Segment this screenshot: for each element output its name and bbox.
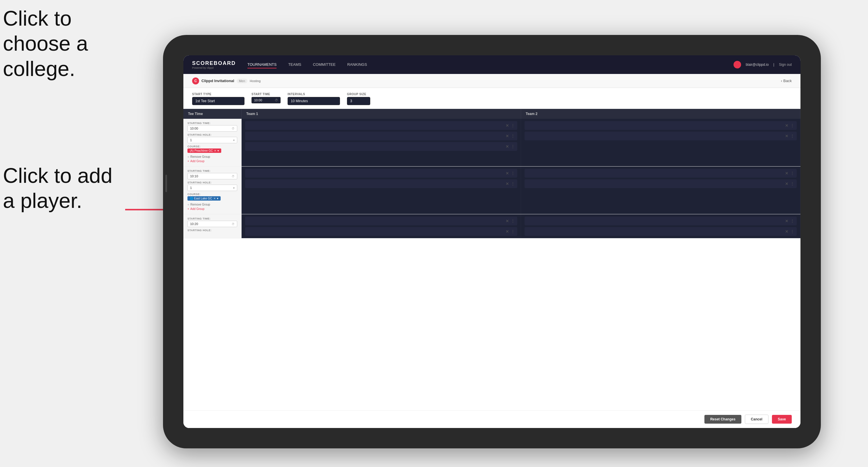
team2-col-row2: ✕ ⋮ ✕ ⋮ bbox=[521, 166, 801, 214]
nav-committee[interactable]: COMMITTEE bbox=[313, 61, 336, 68]
annotation-line1: Click to choose a bbox=[3, 7, 88, 55]
content-area: Start Type 1st Tee Start Start Time 10:0… bbox=[183, 88, 801, 428]
logo-sub: Powered by clippd bbox=[192, 66, 236, 69]
sign-out-link[interactable]: Sign out bbox=[779, 63, 792, 67]
start-type-group: Start Type 1st Tee Start bbox=[192, 93, 245, 105]
annotation-add-player: Click to add a player. bbox=[3, 163, 114, 213]
player-slot-3-2[interactable]: ✕ ⋮ bbox=[245, 179, 517, 188]
table-row: STARTING TIME: 10:00 ⏱ STARTING HOLE: 1 … bbox=[183, 119, 801, 166]
starting-hole-1[interactable]: 1 ▾ bbox=[187, 137, 237, 143]
logo-title: SCOREBOARD bbox=[192, 60, 236, 66]
start-type-select[interactable]: 1st Tee Start bbox=[192, 97, 245, 105]
gender-tag: Men bbox=[237, 79, 247, 83]
player-slot-1-3[interactable]: ✕ ⋮ bbox=[245, 142, 517, 151]
player-slot-2-1[interactable]: ✕ ⋮ bbox=[525, 121, 797, 130]
player-slot-4-2[interactable]: ✕ ⋮ bbox=[525, 179, 797, 188]
bottom-bar: Reset Changes Cancel Save bbox=[183, 410, 801, 428]
header-left: SCOREBOARD Powered by clippd TOURNAMENTS… bbox=[192, 60, 367, 69]
controls-row: Start Type 1st Tee Start Start Time 10:0… bbox=[183, 88, 801, 109]
header-right: blair@clippd.io | Sign out bbox=[734, 61, 792, 68]
nav-links: TOURNAMENTS TEAMS COMMITTEE RANKINGS bbox=[247, 61, 367, 68]
back-button[interactable]: ‹ Back bbox=[781, 79, 792, 83]
tee-left-row2: STARTING TIME: 10:10 ⏱ STARTING HOLE: 1 … bbox=[183, 166, 242, 214]
annotation-bottom-line2: a player. bbox=[3, 189, 82, 212]
starting-time-1[interactable]: 10:00 ⏱ bbox=[187, 125, 237, 132]
table-header: Tee Time Team 1 Team 2 bbox=[183, 109, 801, 119]
player-slot-5-1[interactable]: ✕ ⋮ bbox=[245, 217, 517, 225]
table-row: STARTING TIME: 10:10 ⏱ STARTING HOLE: 1 … bbox=[183, 166, 801, 214]
tablet-screen: SCOREBOARD Powered by clippd TOURNAMENTS… bbox=[183, 55, 801, 428]
separator: | bbox=[773, 63, 774, 67]
group-size-select[interactable]: 3 bbox=[347, 97, 370, 105]
starting-time-3[interactable]: 10:20 ⏱ bbox=[187, 221, 237, 227]
intervals-label: Intervals bbox=[287, 93, 340, 96]
team2-col-row1: ✕ ⋮ ✕ ⋮ bbox=[521, 119, 801, 166]
player-slot-5-2[interactable]: ✕ ⋮ bbox=[245, 227, 517, 236]
start-time-label: Start Time bbox=[251, 93, 281, 96]
col-tee-time: Tee Time bbox=[183, 109, 242, 119]
reset-button[interactable]: Reset Changes bbox=[705, 415, 741, 424]
annotation-bottom-line1: Click to add bbox=[3, 164, 112, 187]
annotation-choose-college: Click to choose a college. bbox=[3, 6, 125, 81]
app-header: SCOREBOARD Powered by clippd TOURNAMENTS… bbox=[183, 55, 801, 74]
start-type-label: Start Type bbox=[192, 93, 245, 96]
nav-rankings[interactable]: RANKINGS bbox=[347, 61, 367, 68]
cancel-button[interactable]: Cancel bbox=[745, 414, 769, 424]
team1-col-row1: ✕ ⋮ ✕ ⋮ ✕ ⋮ bbox=[242, 119, 521, 166]
intervals-group: Intervals 10 Minutes bbox=[287, 93, 340, 105]
col-team2: Team 2 bbox=[521, 109, 801, 119]
group-size-label: Group Size bbox=[347, 93, 370, 96]
annotation-line2: college. bbox=[3, 57, 75, 80]
course-tag-2[interactable]: 🌐 East Lake GC ✕ ▾ bbox=[187, 196, 221, 200]
nav-teams[interactable]: TEAMS bbox=[288, 61, 301, 68]
add-group-2[interactable]: + Add Group bbox=[187, 207, 237, 211]
player-slot-6-2[interactable]: ✕ ⋮ bbox=[525, 227, 797, 236]
player-slot-2-2[interactable]: ✕ ⋮ bbox=[525, 132, 797, 140]
breadcrumb: C Clippd Invitational Men Hosting bbox=[192, 77, 260, 85]
player-slot-1-1[interactable]: ✕ ⋮ bbox=[245, 121, 517, 130]
player-slot-3-1[interactable]: ✕ ⋮ bbox=[245, 169, 517, 178]
user-avatar bbox=[734, 61, 741, 68]
player-slot-1-2[interactable]: ✕ ⋮ bbox=[245, 132, 517, 140]
start-time-group: Start Time 10:00 ⏱ bbox=[251, 93, 281, 105]
starting-time-2[interactable]: 10:10 ⏱ bbox=[187, 173, 237, 179]
tee-left-row1: STARTING TIME: 10:00 ⏱ STARTING HOLE: 1 … bbox=[183, 119, 242, 166]
start-time-input[interactable]: 10:00 ⏱ bbox=[251, 97, 281, 103]
remove-group-2[interactable]: ○ Remove Group bbox=[187, 203, 237, 207]
add-group-1[interactable]: + Add Group bbox=[187, 159, 237, 163]
player-slot-6-1[interactable]: ✕ ⋮ bbox=[525, 217, 797, 225]
remove-group-1[interactable]: ○ Remove Group bbox=[187, 155, 237, 159]
schedule-container: Tee Time Team 1 Team 2 STARTING TIME: 10… bbox=[183, 109, 801, 428]
team1-col-row3: ✕ ⋮ ✕ ⋮ bbox=[242, 214, 521, 238]
team2-col-row3: ✕ ⋮ ✕ ⋮ bbox=[521, 214, 801, 238]
group-size-group: Group Size 3 bbox=[347, 93, 370, 105]
app-logo: SCOREBOARD Powered by clippd bbox=[192, 60, 236, 69]
team1-col-row2: ✕ ⋮ ✕ ⋮ bbox=[242, 166, 521, 214]
player-slot-4-1[interactable]: ✕ ⋮ bbox=[525, 169, 797, 178]
course-tag-1[interactable]: (A) Peachtree GC ✕ ▾ bbox=[187, 149, 221, 153]
col-team1: Team 1 bbox=[242, 109, 521, 119]
table-row: STARTING TIME: 10:20 ⏱ STARTING HOLE: ✕ … bbox=[183, 214, 801, 239]
tournament-name: Clippd Invitational bbox=[202, 79, 234, 83]
nav-tournaments[interactable]: TOURNAMENTS bbox=[247, 61, 277, 68]
sub-header: C Clippd Invitational Men Hosting ‹ Back bbox=[183, 74, 801, 88]
tablet-frame: SCOREBOARD Powered by clippd TOURNAMENTS… bbox=[163, 35, 821, 448]
hosting-badge: Hosting bbox=[250, 79, 260, 83]
user-email: blair@clippd.io bbox=[746, 63, 769, 67]
intervals-select[interactable]: 10 Minutes bbox=[287, 97, 340, 105]
save-button[interactable]: Save bbox=[772, 415, 792, 424]
starting-hole-2[interactable]: 1 ▾ bbox=[187, 185, 237, 191]
clippd-icon: C bbox=[192, 77, 199, 85]
tee-left-row3: STARTING TIME: 10:20 ⏱ STARTING HOLE: bbox=[183, 214, 242, 238]
